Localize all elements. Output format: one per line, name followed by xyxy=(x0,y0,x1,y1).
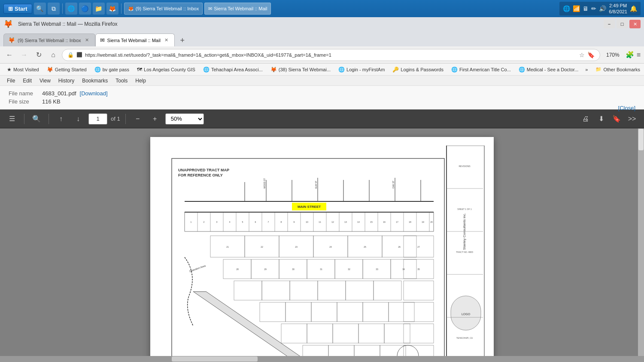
extensions-icon[interactable]: 🧩 xyxy=(626,51,634,59)
language-tray-icon[interactable]: 🌐 xyxy=(563,5,570,12)
pdf-content[interactable]: Stanley Consultants inc. LOGO UNAPPROVED… xyxy=(0,128,644,356)
svg-text:29: 29 xyxy=(264,268,267,271)
clock[interactable]: 2:49 PM 6/8/2021 xyxy=(609,3,627,15)
menu-edit[interactable]: Edit xyxy=(19,77,35,85)
network-tray-icon[interactable]: 📶 xyxy=(573,5,580,12)
save-button[interactable]: ⬇ xyxy=(594,112,608,126)
zoom-in-button[interactable]: + xyxy=(148,112,162,126)
menu-history[interactable]: History xyxy=(55,77,78,85)
tehachapi-icon: 🌐 xyxy=(203,67,210,73)
tab-mail-icon: ✉ xyxy=(100,37,105,43)
time-display: 2:49 PM xyxy=(609,3,627,9)
explorer-icon[interactable]: 📁 xyxy=(93,3,105,15)
close-button[interactable]: ✕ xyxy=(629,20,641,28)
filename-label: File name xyxy=(9,90,39,97)
search-taskbar-icon[interactable]: 🔍 xyxy=(34,3,46,15)
bottom-scrollbar-thumb[interactable] xyxy=(172,356,258,362)
bookmark-logins-label: Logins & Passwords xyxy=(401,67,444,72)
start-button[interactable]: ⊞ Start xyxy=(3,4,32,14)
bookmark-sierra-tel[interactable]: 🦊 (38) Sierra Tel Webmai... xyxy=(267,66,334,73)
bookmark-medical-label: Medical - See a Doctor... xyxy=(527,67,578,72)
chrome-icon[interactable]: 🌐 xyxy=(65,3,77,15)
svg-text:28: 28 xyxy=(236,268,239,271)
bookmark-first-american[interactable]: 🌐 First American Title Co... xyxy=(448,66,514,73)
bookmark-bv-gate-pass[interactable]: 🌐 bv gate pass xyxy=(91,66,133,73)
other-bookmarks-label: Other Bookmarks xyxy=(603,67,640,72)
minimize-button[interactable]: − xyxy=(604,20,615,28)
bookmark-most-visited[interactable]: ★ Most Visited xyxy=(3,66,43,73)
sidebar-toggle-button[interactable]: ☰ xyxy=(5,112,19,126)
pdf-scrollbar[interactable] xyxy=(638,128,644,356)
getting-started-icon: 🦊 xyxy=(47,67,53,73)
prev-page-button[interactable]: ↑ xyxy=(54,112,68,126)
svg-text:33: 33 xyxy=(376,268,378,271)
svg-text:31: 31 xyxy=(320,268,322,271)
menu-tools[interactable]: Tools xyxy=(112,77,131,85)
forward-button[interactable]: → xyxy=(18,49,30,61)
tab-mail-close[interactable]: ✕ xyxy=(163,37,170,44)
menu-file[interactable]: File xyxy=(3,77,18,85)
bookmark-getting-started[interactable]: 🦊 File name Getting Started xyxy=(43,66,90,73)
menu-bookmarks[interactable]: Bookmarks xyxy=(79,77,111,85)
zoom-selector[interactable]: 50% 75% 100% 125% 150% 200% xyxy=(165,113,204,125)
menu-view[interactable]: View xyxy=(36,77,54,85)
bookmark-tehachapi[interactable]: 🌐 Tehachapi Area Associ... xyxy=(200,66,266,73)
zoom-dropdown[interactable]: 50% 75% 100% 125% 150% 200% xyxy=(165,113,204,125)
bookmark-la-gis[interactable]: 🗺 Los Angelas County GIS xyxy=(134,66,199,73)
pen-tray-icon[interactable]: ✏ xyxy=(591,5,596,12)
tab-inbox[interactable]: 🦊 (9) Sierra Tel Webmail :: Inbox ✕ xyxy=(3,33,95,46)
taskbar-separator xyxy=(62,3,63,14)
svg-text:LOGO: LOGO xyxy=(462,313,471,316)
bookmark-star-icon[interactable]: ☆ xyxy=(579,52,585,58)
start-label: Start xyxy=(15,6,27,12)
tab-mail[interactable]: ✉ Sierra Tel Webmail :: Mail ✕ xyxy=(95,33,175,46)
display-tray-icon[interactable]: 🖥 xyxy=(583,5,589,12)
task-view-icon[interactable]: ⧉ xyxy=(48,3,60,15)
tab-inbox-label: (9) Sierra Tel Webmail :: Inbox xyxy=(18,38,81,43)
more-tools-button[interactable]: >> xyxy=(625,112,639,126)
bookmark-other[interactable]: 📁 Other Bookmarks xyxy=(592,66,644,73)
download-link[interactable]: [Download] xyxy=(80,90,108,97)
content-area: File name 4683_001.pdf [Download] File s… xyxy=(0,86,644,362)
address-bar[interactable]: 🔒 ⬛ https://webmail.sti.net/tuxedo/?_tas… xyxy=(62,49,600,61)
edge-icon[interactable]: 🔵 xyxy=(79,3,91,15)
bookmark-most-visited-label: Most Visited xyxy=(13,67,39,72)
tab-inbox-close[interactable]: ✕ xyxy=(84,37,91,44)
notifications-icon[interactable]: 🔔 xyxy=(630,5,637,12)
bottom-scrollbar[interactable] xyxy=(0,356,644,362)
zoom-level[interactable]: 170% xyxy=(603,51,623,59)
taskbar-inbox-app[interactable]: 🦊 (9) Sierra Tel Webmail :: Inbox xyxy=(124,3,203,15)
next-page-button[interactable]: ↓ xyxy=(71,112,85,126)
page-number-input[interactable] xyxy=(88,113,107,125)
back-button[interactable]: ← xyxy=(3,49,15,61)
bookmark-myfirstam[interactable]: 🌐 Login - myFirstAm xyxy=(335,66,388,73)
filename-row: File name 4683_001.pdf [Download] xyxy=(9,90,635,97)
taskbar-mail-app[interactable]: ✉ Sierra Tel Webmail :: Mail xyxy=(204,3,271,15)
more-bookmarks-button[interactable]: » xyxy=(583,66,590,73)
svg-text:18: 18 xyxy=(409,221,411,223)
pdf-page: Stanley Consultants inc. LOGO UNAPPROVED… xyxy=(150,137,494,356)
new-tab-button[interactable]: + xyxy=(176,34,188,46)
overflow-menu-icon[interactable]: ≡ xyxy=(637,51,641,59)
zoom-out-button[interactable]: − xyxy=(131,112,145,126)
reload-button[interactable]: ↻ xyxy=(33,49,45,61)
svg-text:4: 4 xyxy=(229,221,231,223)
svg-text:2: 2 xyxy=(204,221,205,223)
zoom-out-icon: − xyxy=(136,115,140,123)
svg-text:24: 24 xyxy=(329,246,332,248)
menu-help[interactable]: Help xyxy=(132,77,149,85)
audio-tray-icon[interactable]: 🔊 xyxy=(599,5,606,12)
home-button[interactable]: ⌂ xyxy=(47,49,59,61)
inbox-app-icon: 🦊 xyxy=(128,6,134,12)
search-pdf-button[interactable]: 🔍 xyxy=(30,112,43,126)
bookmark-logins[interactable]: 🔑 Logins & Passwords xyxy=(389,66,447,73)
firefox-icon[interactable]: 🦊 xyxy=(106,3,118,15)
maximize-button[interactable]: □ xyxy=(617,20,628,28)
windows-icon: ⊞ xyxy=(8,6,13,12)
close-pdf-button[interactable]: [Close] xyxy=(618,105,635,111)
bookmark-medical[interactable]: 🌐 Medical - See a Doctor... xyxy=(515,66,582,73)
print-button[interactable]: 🖨 xyxy=(579,112,592,126)
pdf-scrollbar-thumb[interactable] xyxy=(638,129,644,150)
bookmark-button[interactable]: 🔖 xyxy=(610,112,623,126)
pocket-icon[interactable]: 🔖 xyxy=(587,52,595,58)
